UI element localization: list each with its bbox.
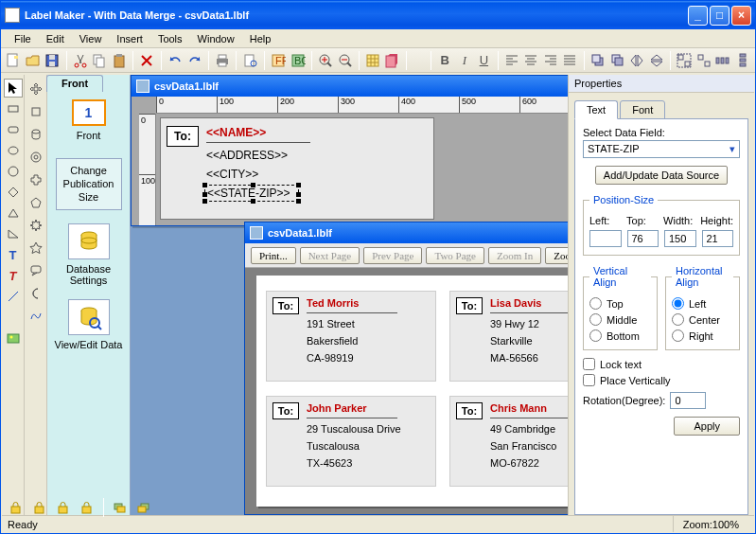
text-art-icon[interactable]: T <box>4 266 23 285</box>
halign-center[interactable]: Center <box>672 313 733 326</box>
save-icon[interactable] <box>44 50 62 71</box>
line-icon[interactable] <box>4 287 23 306</box>
front-view-icon[interactable]: FR <box>270 50 288 71</box>
ellipse-icon[interactable] <box>4 141 23 160</box>
flip-v-icon[interactable] <box>647 50 665 71</box>
maximize-button[interactable]: □ <box>710 6 730 26</box>
distribute-v-icon[interactable] <box>733 50 751 71</box>
help-icon[interactable] <box>384 50 402 71</box>
cylinder-icon[interactable] <box>26 124 46 145</box>
cut-icon[interactable] <box>72 50 90 71</box>
halign-left[interactable]: Left <box>672 297 733 310</box>
undo-icon[interactable] <box>167 50 185 71</box>
left-input[interactable] <box>589 230 622 247</box>
lock-text-check[interactable]: Lock text <box>583 358 740 370</box>
two-page-button[interactable]: Two Page <box>426 247 484 264</box>
roundrect-icon[interactable] <box>4 120 23 139</box>
menu-insert[interactable]: Insert <box>109 31 150 46</box>
lock-icon-3[interactable] <box>53 497 74 518</box>
lock-icon-2[interactable] <box>29 497 50 518</box>
zoom-in-button[interactable]: Zoom In <box>488 247 541 264</box>
zoom-out-icon[interactable] <box>336 50 354 71</box>
field-city[interactable]: <<CITY>> <box>206 168 258 181</box>
halign-right[interactable]: Right <box>672 329 733 342</box>
layers-icon-1[interactable] <box>110 497 131 518</box>
menu-window[interactable]: Window <box>190 31 242 46</box>
send-back-icon[interactable] <box>608 50 626 71</box>
group-icon[interactable] <box>676 50 694 71</box>
design-window-titlebar[interactable]: csvData1.lblf _ □ × <box>132 76 568 97</box>
circle-icon[interactable] <box>4 162 23 181</box>
align-center-icon[interactable] <box>522 50 540 71</box>
valign-middle[interactable]: Middle <box>589 313 651 326</box>
image-icon[interactable] <box>4 329 23 347</box>
diamond-icon[interactable] <box>4 183 23 202</box>
open-icon[interactable] <box>25 50 43 71</box>
page-thumbnail[interactable]: 1 <box>72 99 106 126</box>
delete-icon[interactable] <box>138 50 156 71</box>
pointer-icon[interactable] <box>4 79 23 98</box>
align-right-icon[interactable] <box>542 50 560 71</box>
square-icon[interactable] <box>26 101 46 122</box>
new-icon[interactable] <box>5 50 23 71</box>
minimize-button[interactable]: _ <box>688 6 708 26</box>
set-database-button[interactable] <box>68 223 110 259</box>
data-field-select[interactable]: STATE-ZIP ▾ <box>583 140 740 158</box>
right-triangle-icon[interactable] <box>4 224 23 243</box>
field-statezip[interactable]: <<STATE-ZIP>> <box>207 187 290 200</box>
grid-icon[interactable] <box>364 50 382 71</box>
field-name[interactable]: <<NAME>> <box>206 126 266 139</box>
menu-edit[interactable]: Edit <box>39 31 72 46</box>
lock-icon-1[interactable] <box>6 497 26 518</box>
valign-bottom[interactable]: Bottom <box>589 329 651 342</box>
bring-front-icon[interactable] <box>589 50 607 71</box>
callout-icon[interactable] <box>26 260 46 281</box>
star-icon[interactable] <box>26 238 46 258</box>
print-button[interactable]: Print... <box>251 247 296 264</box>
copy-icon[interactable] <box>91 50 109 71</box>
paste-icon[interactable] <box>111 50 129 71</box>
menu-help[interactable]: Help <box>242 31 279 46</box>
width-input[interactable] <box>664 230 696 247</box>
change-pub-size-button[interactable]: Change Publication Size <box>56 158 122 210</box>
back-view-icon[interactable]: BG <box>289 50 307 71</box>
bold-icon[interactable]: B <box>436 50 454 71</box>
add-update-datasource-button[interactable]: Add/Update Data Source <box>595 166 728 185</box>
flip-h-icon[interactable] <box>628 50 646 71</box>
moon-icon[interactable] <box>26 283 46 304</box>
tab-font[interactable]: Font <box>620 100 665 119</box>
preview-window-titlebar[interactable]: csvData1.lblf <box>245 222 568 243</box>
move-icon[interactable] <box>26 79 46 99</box>
print-icon[interactable] <box>214 50 232 71</box>
prev-page-button[interactable]: Prev Page <box>363 247 422 264</box>
curve-icon[interactable] <box>26 306 46 327</box>
place-vertically-check[interactable]: Place Vertically <box>583 374 740 386</box>
cross-icon[interactable] <box>26 169 46 190</box>
text-icon[interactable]: T <box>4 245 23 264</box>
zoom-in-icon[interactable] <box>317 50 335 71</box>
valign-top[interactable]: Top <box>589 297 651 310</box>
lock-icon-4[interactable] <box>77 497 97 518</box>
label-canvas[interactable]: To: <<NAME>> <<ADDRESS>> <<CITY>> <<STAT… <box>160 117 434 220</box>
align-left-icon[interactable] <box>503 50 521 71</box>
menu-tools[interactable]: Tools <box>150 31 190 46</box>
front-tab[interactable]: Front <box>46 75 103 92</box>
close-button[interactable]: × <box>731 6 751 26</box>
burst-icon[interactable] <box>26 215 46 236</box>
redo-icon[interactable] <box>185 50 203 71</box>
triangle-icon[interactable] <box>4 204 23 222</box>
pentagon-icon[interactable] <box>26 192 46 213</box>
view-data-button[interactable] <box>68 299 110 335</box>
top-input[interactable] <box>627 230 659 247</box>
align-justify-icon[interactable] <box>561 50 579 71</box>
italic-icon[interactable]: I <box>456 50 474 71</box>
apply-button[interactable]: Apply <box>674 417 740 436</box>
field-address[interactable]: <<ADDRESS>> <box>206 149 288 162</box>
preview-icon[interactable] <box>241 50 259 71</box>
donut-icon[interactable] <box>26 147 46 168</box>
rotation-input[interactable] <box>670 392 706 409</box>
layers-icon-2[interactable] <box>133 497 154 518</box>
height-input[interactable] <box>702 230 734 247</box>
next-page-button[interactable]: Next Page <box>300 247 360 264</box>
distribute-h-icon[interactable] <box>714 50 732 71</box>
